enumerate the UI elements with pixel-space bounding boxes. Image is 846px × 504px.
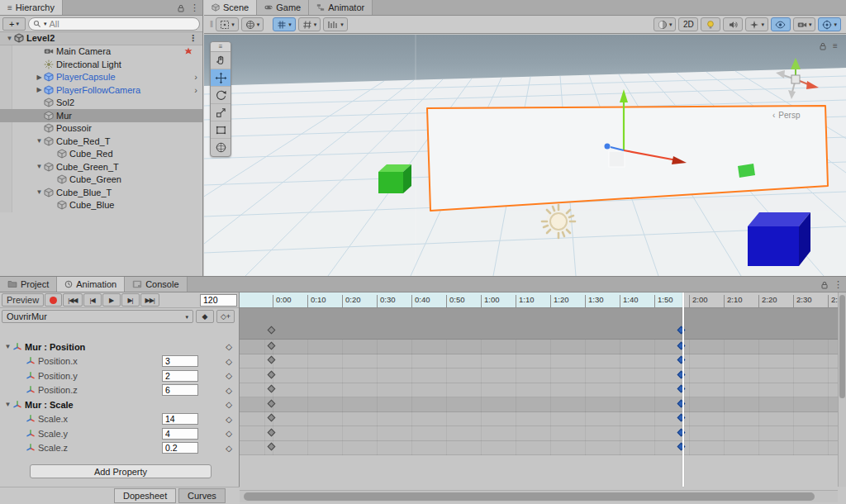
effects-dropdown[interactable]: ▾ [745,17,768,31]
scene-header-row[interactable]: ▼ Level2 ⋮ [0,32,202,45]
add-keyframe-icon[interactable]: ◇ [226,444,232,453]
scale-y-field[interactable] [162,428,198,440]
property-row[interactable]: Scale.y ◇ [0,426,240,441]
foldout-open-icon[interactable]: ▼ [3,343,12,350]
move-tool-button[interactable] [211,69,231,87]
2d-toggle-button[interactable]: 2D [678,17,698,31]
scene-kebab-icon[interactable]: ⋮ [188,34,197,43]
property-row[interactable]: Position.z ◇ [0,383,240,398]
add-keyframe-icon[interactable]: ◇ [226,371,232,380]
scene-viewport[interactable]: ≡ ‹ [204,35,846,276]
playhead[interactable] [682,292,684,487]
prefab-open-chevron-icon[interactable]: › [194,85,197,95]
scene-visibility-toggle[interactable] [771,17,791,31]
prev-key-button[interactable]: |◀ [83,293,102,307]
dopesheet-area[interactable]: 0:00 0:10 0:20 0:30 0:40 0:50 1:00 1:10 … [240,292,846,504]
last-key-button[interactable]: ▶▶| [140,293,159,307]
add-property-button[interactable]: Add Property [30,464,212,478]
hierarchy-row[interactable]: Cube_Green [0,174,202,187]
scale-x-field[interactable] [162,413,198,425]
tab-console[interactable]: Console [125,277,187,292]
add-keyframe-icon[interactable]: ◇ [226,386,232,395]
hierarchy-row[interactable]: ▼ Cube_Blue_T [0,186,202,199]
hierarchy-row[interactable]: ▼ Cube_Green_T [0,160,202,174]
scrollbar-thumb[interactable] [839,295,845,398]
camera-settings-dropdown[interactable]: ▾ [793,17,816,31]
foldout-closed-icon[interactable]: ▶ [35,86,44,93]
create-object-button[interactable]: + ▾ [2,17,26,31]
position-z-field[interactable] [162,384,198,396]
dopesheet-row[interactable] [240,397,838,412]
tab-dopesheet[interactable]: Dopesheet [114,488,176,503]
keyframe-diamond[interactable] [268,326,276,335]
hierarchy-row[interactable]: Sol2 [0,97,202,110]
position-x-field[interactable] [162,355,198,367]
viewport-lock-icon[interactable] [819,42,827,50]
horizontal-scrollbar[interactable] [240,490,838,502]
kebab-menu-icon[interactable]: ⋮ [190,3,199,12]
keyframe-diamond[interactable] [268,443,276,451]
keyframe-diamond[interactable] [268,399,276,407]
hierarchy-row[interactable]: ▶ PlayerCapsule › [0,71,202,84]
keyframe-diamond[interactable] [268,385,276,393]
dopesheet-row[interactable] [240,412,838,427]
handle-rotation-dropdown[interactable]: ▾ [241,17,264,31]
green-quad-object[interactable] [738,164,755,178]
keyframe-diamond[interactable] [268,428,276,436]
tab-animation[interactable]: Animation [57,277,125,292]
add-keyframe-icon[interactable]: ◇ [226,429,232,438]
lock-icon[interactable] [177,4,185,12]
record-button[interactable] [45,293,62,307]
property-row[interactable]: Position.y ◇ [0,368,240,383]
tools-drag-handle[interactable]: ≡ [211,42,231,52]
preview-toggle-button[interactable]: Preview [2,293,44,307]
dopesheet-row[interactable] [240,441,838,456]
rotate-tool-button[interactable] [211,87,231,104]
hierarchy-row[interactable]: ▼ Cube_Red_T [0,135,202,148]
add-keyframe-icon[interactable]: ◇ [226,415,232,424]
scrollbar-thumb[interactable] [244,492,815,501]
foldout-closed-icon[interactable]: ▶ [35,74,44,81]
scale-tool-button[interactable] [211,104,231,121]
light-gizmo[interactable] [542,205,575,238]
clip-dropdown[interactable]: OuvrirMur ▾ [2,310,193,323]
timeline-ruler[interactable]: 0:00 0:10 0:20 0:30 0:40 0:50 1:00 1:10 … [240,292,846,308]
hierarchy-row[interactable]: ▶ PlayerFollowCamera › [0,83,202,97]
dopesheet-row[interactable] [240,340,838,354]
toolbar-grip-icon[interactable]: ‖ [210,20,212,29]
hand-tool-button[interactable] [211,52,231,69]
current-frame-field[interactable] [200,294,237,307]
keyframe-diamond[interactable] [268,414,276,422]
hierarchy-row[interactable]: Cube_Red [0,148,202,161]
search-input[interactable]: ▾ All [28,17,200,31]
hierarchy-row[interactable]: Cube_Blue [0,199,202,212]
property-row[interactable]: Position.x ◇ [0,354,240,369]
foldout-open-icon[interactable]: ▼ [35,188,44,196]
tab-game[interactable]: Game [257,0,309,15]
property-row[interactable]: Scale.x ◇ [0,412,240,427]
lock-icon[interactable] [820,281,829,289]
add-keyframe-icon[interactable]: ◇ [226,357,232,366]
tab-project[interactable]: Project [0,277,57,292]
viewport-menu-icon[interactable]: ≡ [833,41,838,50]
green-cube-object[interactable] [378,164,411,193]
dopesheet-row[interactable] [240,368,838,383]
hierarchy-row[interactable]: Main Camera [0,45,202,59]
foldout-open-icon[interactable]: ▼ [5,35,14,42]
perspective-label[interactable]: ‹ Persp [772,111,800,120]
dopesheet-row[interactable] [240,383,838,398]
property-group-row[interactable]: ▼ Mur : Position ◇ [0,340,240,354]
transform-tool-button[interactable] [211,139,231,156]
blue-cube-object[interactable] [748,212,810,266]
hierarchy-row[interactable]: Directional Light [0,58,202,71]
tab-animator[interactable]: Animator [309,0,373,15]
dopesheet-row[interactable] [240,354,838,369]
hierarchy-row[interactable]: Poussoir [0,122,202,136]
add-keyframe-icon[interactable]: ◇ [226,400,232,409]
vertical-scrollbar[interactable] [838,292,846,487]
increment-snap-dropdown[interactable]: ▾ [323,17,348,31]
handle-position-dropdown[interactable]: ▾ [216,17,239,31]
kebab-menu-icon[interactable]: ⋮ [834,280,843,289]
position-y-field[interactable] [162,370,198,382]
summary-keyframe-band[interactable] [240,308,838,340]
